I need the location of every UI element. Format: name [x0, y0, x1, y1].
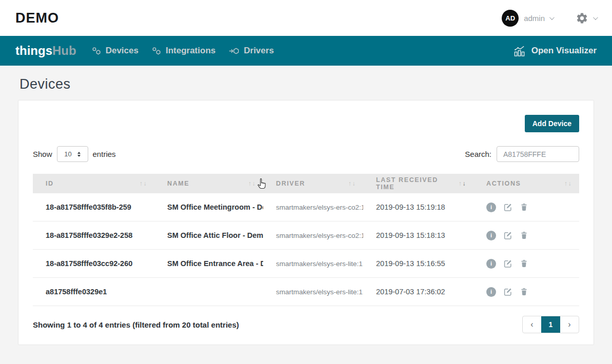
- edit-icon: [503, 259, 512, 268]
- cell-last-received: 2019-09-13 15:19:18: [363, 203, 473, 211]
- cell-id: 18-a81758fffe0329e2-258: [33, 231, 154, 239]
- sort-icon[interactable]: ↑↓: [564, 180, 572, 187]
- app-logo: DEMO: [15, 10, 59, 26]
- cell-actions: i: [473, 259, 579, 269]
- info-button[interactable]: i: [486, 259, 496, 269]
- delete-button[interactable]: [520, 203, 528, 212]
- column-header-actions[interactable]: ACTIONS ↑↓: [473, 180, 579, 187]
- add-device-button[interactable]: Add Device: [525, 115, 579, 132]
- driver-arrow-icon: [229, 46, 240, 56]
- avatar[interactable]: AD: [502, 10, 519, 27]
- pagination: ‹ 1 ›: [522, 316, 579, 333]
- page-size-group: Show 10 entries: [33, 146, 116, 162]
- top-bar: DEMO AD admin: [0, 0, 612, 36]
- brand-logo[interactable]: thingsHub: [15, 44, 76, 58]
- sort-icon[interactable]: ↑↓: [140, 180, 147, 187]
- edit-icon: [503, 287, 512, 296]
- trash-icon: [520, 231, 528, 240]
- cell-name: SM Office Entrance Area - De...: [154, 259, 263, 268]
- nav-item-drivers[interactable]: Drivers: [229, 46, 274, 56]
- delete-button[interactable]: [520, 231, 528, 240]
- cell-driver: smartmakers/elsys-ers-co2:1...: [263, 232, 363, 239]
- edit-button[interactable]: [503, 231, 512, 240]
- next-page-button[interactable]: ›: [560, 316, 579, 333]
- gear-icon: [576, 12, 588, 25]
- column-header-name[interactable]: NAME ↑↓: [154, 180, 263, 187]
- info-button[interactable]: i: [486, 287, 496, 297]
- cell-name: SM Office Meetingroom - De...: [154, 203, 263, 211]
- column-header-id[interactable]: ID ↑↓: [33, 180, 154, 187]
- delete-button[interactable]: [520, 287, 528, 296]
- main-navbar: thingsHub Devices Integrations Driv: [0, 36, 612, 66]
- devices-card: Add Device Show 10 entries Search: ID ↑↓…: [18, 100, 594, 345]
- page-size-select[interactable]: 10: [57, 146, 88, 162]
- search-input[interactable]: [497, 146, 579, 162]
- spinner-icon: [77, 152, 81, 157]
- edit-icon: [503, 231, 512, 240]
- edit-button[interactable]: [503, 203, 512, 212]
- cell-actions: i: [473, 203, 579, 212]
- search-label: Search:: [465, 150, 491, 158]
- info-button[interactable]: i: [486, 203, 496, 212]
- cell-driver: smartmakers/elsys-ers-lite:1....: [263, 260, 363, 268]
- delete-button[interactable]: [520, 259, 528, 268]
- trash-icon: [520, 287, 528, 296]
- sort-icon[interactable]: ↑↓: [348, 180, 356, 187]
- edit-icon: [503, 203, 512, 212]
- topbar-right: AD admin: [502, 10, 597, 27]
- cell-driver: smartmakers/elsys-ers-lite:1....: [263, 288, 363, 296]
- cell-name: SM Office Attic Floor - Demo ...: [154, 231, 263, 239]
- edit-button[interactable]: [503, 259, 512, 268]
- chevron-down-icon: [593, 15, 598, 20]
- nav-item-integrations[interactable]: Integrations: [152, 46, 215, 56]
- cell-id: 18-a81758fffe03cc92-260: [33, 259, 154, 268]
- nodes-icon: [92, 46, 102, 56]
- search-group: Search:: [465, 146, 579, 162]
- column-header-last-received-time[interactable]: LAST RECEIVED TIME ↑↓: [363, 176, 473, 191]
- page-title: Devices: [19, 76, 612, 92]
- cell-id: 18-a81758fffe035f8b-259: [33, 203, 154, 211]
- table-row: 18-a81758fffe035f8b-259 SM Office Meetin…: [33, 193, 579, 221]
- settings-menu[interactable]: [576, 12, 597, 25]
- trash-icon: [520, 259, 528, 268]
- show-label: Show: [33, 150, 52, 158]
- cell-last-received: 2019-09-13 15:18:13: [363, 231, 473, 239]
- cell-actions: i: [473, 287, 579, 297]
- entries-summary: Showing 1 to 4 of 4 entries (filtered fr…: [33, 320, 239, 329]
- cell-driver: smartmakers/elsys-ers-co2:1...: [263, 204, 363, 211]
- column-header-driver[interactable]: DRIVER ↑↓: [263, 180, 363, 187]
- user-menu[interactable]: admin: [524, 14, 545, 23]
- trash-icon: [520, 203, 528, 212]
- open-visualizer-button[interactable]: Open Visualizer: [514, 45, 597, 57]
- table-controls: Show 10 entries Search:: [33, 146, 579, 162]
- cell-last-received: 2019-09-13 15:16:55: [363, 259, 473, 268]
- devices-table: ID ↑↓ NAME ↑↓ DRIVER ↑↓ LAST RECEIVED TI…: [33, 174, 579, 306]
- nodes-icon: [152, 46, 162, 56]
- table-row: 18-a81758fffe0329e2-258 SM Office Attic …: [33, 221, 579, 250]
- sort-icon[interactable]: ↑↓: [459, 180, 466, 187]
- sort-icon[interactable]: ↑↓: [248, 180, 256, 187]
- nav-item-devices[interactable]: Devices: [92, 46, 139, 56]
- table-header: ID ↑↓ NAME ↑↓ DRIVER ↑↓ LAST RECEIVED TI…: [33, 174, 579, 193]
- cell-actions: i: [473, 231, 579, 240]
- cell-last-received: 2019-07-03 17:36:02: [363, 288, 473, 296]
- chart-icon: [514, 45, 526, 57]
- table-footer: Showing 1 to 4 of 4 entries (filtered fr…: [33, 316, 579, 333]
- current-page-button[interactable]: 1: [541, 316, 560, 333]
- info-button[interactable]: i: [486, 231, 496, 240]
- cell-id: a81758fffe0329e1: [33, 288, 154, 296]
- entries-label: entries: [93, 150, 116, 158]
- chevron-down-icon[interactable]: [549, 15, 555, 20]
- edit-button[interactable]: [503, 287, 512, 296]
- prev-page-button[interactable]: ‹: [523, 316, 541, 333]
- table-row: 18-a81758fffe03cc92-260 SM Office Entran…: [33, 250, 579, 278]
- table-row: a81758fffe0329e1 smartmakers/elsys-ers-l…: [33, 278, 579, 306]
